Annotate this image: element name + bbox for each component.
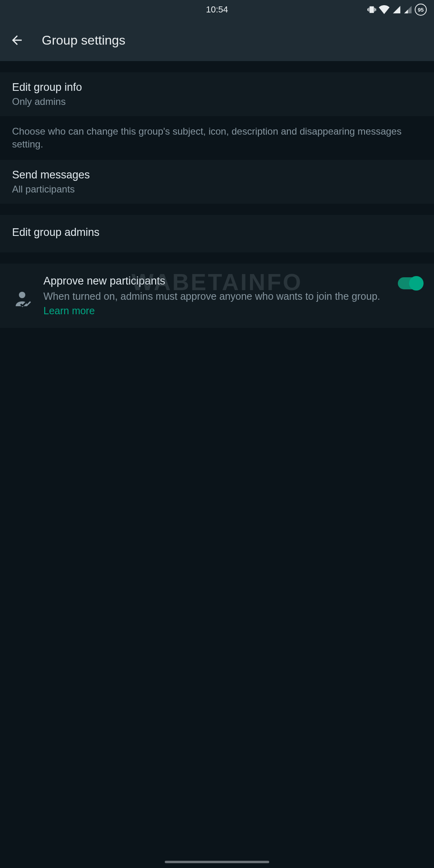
setting-subtitle: All participants (12, 184, 422, 195)
svg-point-0 (19, 292, 25, 298)
back-button[interactable] (8, 31, 26, 49)
signal-icon-1 (392, 5, 401, 14)
wifi-icon (379, 5, 390, 14)
vibrate-icon (367, 5, 376, 14)
setting-approve-participants[interactable]: WABETAINFO Approve new participants When… (0, 264, 434, 328)
divider (0, 252, 434, 264)
toggle-knob (409, 276, 424, 291)
setting-edit-admins[interactable]: Edit group admins (0, 215, 434, 252)
navigation-bar[interactable] (165, 861, 269, 863)
setting-send-messages[interactable]: Send messages All participants (0, 160, 434, 204)
status-bar: 10:54 95 (0, 0, 434, 19)
battery-icon: 95 (415, 4, 427, 16)
setting-title: Edit group info (12, 81, 422, 94)
divider (0, 61, 434, 72)
approve-title: Approve new participants (43, 275, 390, 287)
status-icons: 95 (367, 4, 427, 16)
battery-level: 95 (418, 7, 424, 13)
setting-subtitle: Only admins (12, 96, 422, 107)
approve-toggle[interactable] (398, 277, 422, 289)
status-time: 10:54 (206, 4, 228, 15)
page-title: Group settings (42, 33, 125, 48)
arrow-left-icon (10, 33, 24, 47)
approve-description: When turned on, admins must approve anyo… (43, 290, 390, 303)
setting-title: Send messages (12, 169, 422, 181)
divider (0, 204, 434, 215)
setting-description: Choose who can change this group's subje… (0, 116, 434, 160)
app-bar: Group settings (0, 19, 434, 61)
signal-icon-2 (403, 5, 412, 14)
setting-edit-group-info[interactable]: Edit group info Only admins (0, 72, 434, 116)
person-check-icon (12, 291, 32, 308)
setting-title: Edit group admins (12, 226, 422, 239)
learn-more-link[interactable]: Learn more (43, 305, 390, 317)
